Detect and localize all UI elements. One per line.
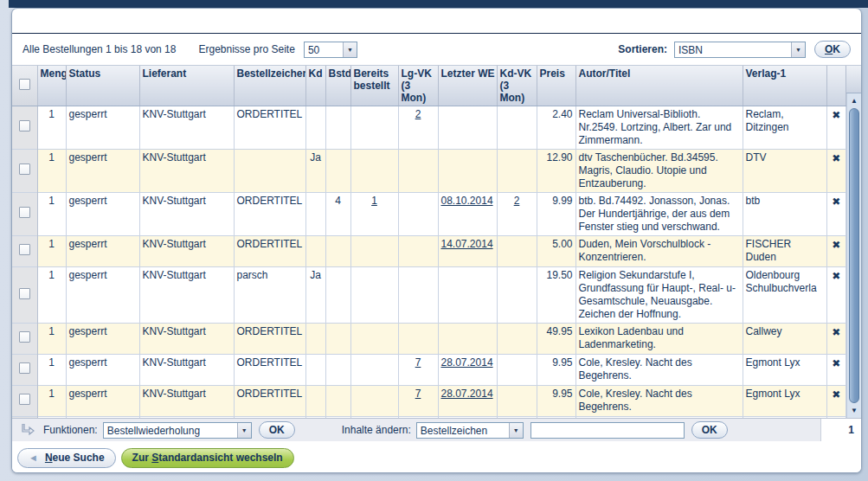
cell-bstd	[325, 236, 350, 267]
cell-status: gesperrt	[66, 236, 139, 267]
cell-preis: 12.90	[537, 150, 575, 193]
cell-bestellzeichen: parsch	[234, 267, 305, 324]
change-content-ok-button[interactable]: OK	[691, 421, 728, 439]
delete-row-icon[interactable]: ✖	[832, 388, 840, 401]
cell-kd_vk	[497, 324, 537, 355]
delete-row-icon[interactable]: ✖	[832, 152, 840, 164]
cell-bstd	[325, 417, 350, 419]
cell-autor_titel: dtv Taschenbücher. Bd.34595. Magris, Cla…	[575, 150, 743, 193]
functions-ok-button[interactable]: OK	[259, 421, 295, 439]
cell-link-lg_vk[interactable]: 7	[415, 356, 421, 369]
row-checkbox[interactable]	[19, 288, 30, 299]
table-row: 1gesperrtKNV-StuttgartORDERTITEL614.07.2…	[12, 417, 846, 419]
switch-standard-view-button[interactable]: Zur Standardansicht wechseln	[121, 448, 294, 468]
chevron-down-icon: ▼	[343, 42, 357, 57]
functions-select[interactable]: Bestellwiederholung ▼	[103, 422, 252, 439]
cell-verlag: Kompass-	[743, 417, 826, 419]
search-results-window: Suchanfrage: Bestellstatus:gesperrt Lief…	[11, 8, 862, 473]
cell-link-letzter_we[interactable]: 14.07.2014	[441, 238, 493, 250]
cell-autor_titel: Cole, Kresley. Nacht des Begehrens.	[575, 355, 743, 386]
cell-bestellzeichen: ORDERTITEL	[234, 417, 305, 419]
col-header-menge: Menge	[37, 66, 66, 106]
cell-bstd	[325, 324, 350, 355]
delete-row-icon[interactable]: ✖	[832, 109, 840, 121]
cell-bereits: 6	[350, 417, 398, 419]
cell-bereits	[350, 106, 398, 150]
new-search-button[interactable]: ◄ Neue Suche	[17, 448, 116, 468]
row-checkbox[interactable]	[19, 331, 30, 343]
cell-lieferant: KNV-Stuttgart	[139, 386, 234, 417]
scroll-up-icon[interactable]: ▲	[847, 94, 861, 107]
cell-letzter_we: 08.10.2014	[438, 193, 497, 236]
row-checkbox[interactable]	[19, 164, 30, 175]
col-header-preis: Preis	[537, 66, 575, 106]
chevron-down-icon: ▼	[237, 423, 251, 438]
cell-link-letzter_we[interactable]: 08.10.2014	[441, 195, 493, 207]
row-checkbox[interactable]	[19, 207, 30, 218]
cell-verlag: Egmont Lyx	[743, 355, 826, 386]
cell-link-lg_vk[interactable]: 2	[415, 108, 421, 120]
sort-value: ISBN	[675, 42, 706, 57]
cell-lg_vk: 2	[398, 106, 438, 150]
cell-lieferant: KNV-Stuttgart	[139, 355, 234, 386]
cell-link-letzter_we[interactable]: 28.07.2014	[441, 356, 493, 369]
cell-letzter_we: 14.07.2014	[438, 236, 497, 267]
results-summary: Alle Bestellungen 1 bis 18 von 18	[23, 43, 176, 55]
delete-row-icon[interactable]: ✖	[832, 326, 840, 338]
cell-verlag: Oldenbourg Schulbuchverla	[743, 267, 826, 324]
cell-preis: 19.50	[537, 267, 575, 324]
table-row: 1gesperrtKNV-StuttgartORDERTITEL22.40Rec…	[12, 106, 846, 150]
delete-row-icon[interactable]: ✖	[832, 270, 840, 282]
cell-autor_titel: btb. Bd.74492. Jonasson, Jonas. Der Hund…	[575, 193, 743, 236]
select-all-checkbox[interactable]	[19, 79, 30, 90]
cell-bstd: 4	[325, 193, 350, 236]
row-checkbox[interactable]	[19, 394, 30, 405]
cell-bstd	[325, 386, 350, 417]
cell-link-lg_vk[interactable]: 7	[415, 388, 421, 400]
cell-link-bereits[interactable]: 1	[371, 195, 377, 207]
delete-row-icon[interactable]: ✖	[832, 239, 840, 251]
cell-autor_titel: Duden, Mein Vorschulblock - Konzentriere…	[575, 236, 743, 267]
change-content-input[interactable]	[530, 422, 685, 439]
cell-bereits: 1	[350, 193, 398, 236]
order-status-value: gesperrt	[183, 15, 224, 27]
scrollbar-thumb[interactable]	[849, 108, 859, 403]
cell-kd_vk	[497, 150, 537, 193]
col-header-status: Status	[66, 66, 139, 106]
delete-row-icon[interactable]: ✖	[832, 357, 840, 369]
row-checkbox[interactable]	[19, 362, 30, 374]
cell-bereits	[350, 355, 398, 386]
cell-menge: 1	[37, 150, 66, 193]
table-row: 1gesperrtKNV-StuttgartORDERTITEL14.07.20…	[12, 236, 846, 267]
cell-bestellzeichen: ORDERTITEL	[234, 106, 305, 150]
delete-row-icon[interactable]: ✖	[832, 196, 840, 208]
per-page-select[interactable]: 50 ▼	[304, 42, 357, 58]
cell-menge: 1	[37, 355, 66, 386]
cell-link-letzter_we[interactable]: 28.07.2014	[441, 388, 493, 400]
cell-preis: 2.40	[537, 106, 575, 150]
cell-verlag: Callwey	[743, 324, 826, 355]
cell-kd	[305, 355, 325, 386]
cell-letzter_we	[438, 324, 497, 355]
cell-link-kd_vk[interactable]: 2	[514, 195, 520, 207]
row-checkbox[interactable]	[19, 120, 30, 131]
sort-ok-button[interactable]: OK	[814, 41, 851, 58]
col-header-bestellzeichen: Bestellzeichen	[234, 66, 305, 106]
change-content-select[interactable]: Bestellzeichen ▼	[416, 422, 524, 439]
per-page-value: 50	[305, 42, 323, 57]
sort-select[interactable]: ISBN ▼	[674, 42, 806, 58]
col-header-delete	[826, 66, 846, 106]
row-checkbox[interactable]	[19, 244, 30, 255]
functions-bar: Funktionen: Bestellwiederholung ▼ OK Inh…	[12, 419, 821, 441]
apply-to-selection-arrow-icon	[21, 424, 35, 436]
orders-table: Menge Status Lieferant Bestellzeichen Kd…	[12, 66, 846, 418]
cell-kd	[305, 236, 325, 267]
cell-status: gesperrt	[66, 417, 139, 419]
vertical-scrollbar[interactable]: ▲ ▼	[846, 93, 861, 418]
cell-lieferant: KNV-Stuttgart	[139, 193, 234, 236]
cell-autor_titel: Das Große Kompass GPS-	[575, 417, 743, 419]
order-status-label: Bestellstatus:	[115, 15, 177, 27]
cell-kd_vk	[497, 355, 537, 386]
scroll-down-icon[interactable]: ▼	[847, 404, 861, 417]
cell-lieferant: KNV-Stuttgart	[139, 417, 234, 419]
